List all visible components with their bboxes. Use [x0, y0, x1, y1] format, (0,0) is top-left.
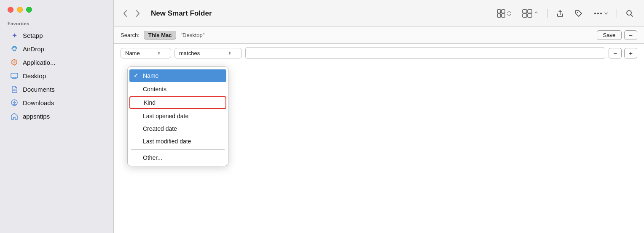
svg-point-17 [600, 13, 602, 14]
minimize-button[interactable] [17, 7, 23, 13]
dropdown-item-contents-label: Contents [143, 86, 166, 93]
sidebar-item-label-desktop: Desktop [23, 72, 46, 79]
dropdown-item-last-opened[interactable]: Last opened date [128, 110, 228, 122]
sidebar-item-applications[interactable]: Applicatio... [3, 56, 111, 69]
sidebar-item-desktop[interactable]: Desktop [3, 69, 111, 82]
traffic-lights [0, 7, 113, 21]
appsntips-icon [10, 112, 19, 120]
svg-rect-12 [523, 14, 527, 17]
filter-type-selected: Name [125, 50, 140, 56]
close-button[interactable] [8, 7, 13, 13]
desktop-icon [10, 71, 19, 80]
checkmark-icon: ✓ [134, 72, 140, 79]
add-filter-button[interactable]: + [624, 48, 637, 58]
dropdown-item-last-modified-label: Last modified date [143, 138, 191, 145]
dropdown-item-last-modified[interactable]: Last modified date [128, 135, 228, 148]
dropdown-item-kind-label: Kind [144, 99, 156, 106]
svg-rect-7 [502, 10, 505, 13]
window-title: New Smart Folder [151, 9, 485, 18]
sidebar-item-label-applications: Applicatio... [23, 59, 56, 66]
svg-rect-11 [528, 10, 532, 13]
remove-search-button[interactable]: − [624, 30, 637, 40]
scope-desktop-text: "Desktop" [180, 32, 204, 38]
search-bar-actions: Save − [597, 30, 637, 40]
remove-filter-button[interactable]: − [609, 48, 622, 58]
toolbar-divider-1 [547, 9, 547, 18]
svg-rect-9 [502, 14, 505, 17]
svg-point-16 [597, 13, 599, 14]
list-view-button[interactable] [518, 6, 542, 21]
sidebar-item-label-setapp: Setapp [23, 32, 43, 39]
view-stepper-icon [507, 11, 512, 16]
setapp-icon: ✦ [10, 31, 19, 40]
dropdown-item-name-label: Name [143, 72, 158, 79]
applications-icon [10, 58, 19, 66]
share-button[interactable] [553, 7, 568, 20]
back-button[interactable] [121, 8, 130, 19]
svg-point-18 [627, 11, 631, 15]
dropdown-item-kind[interactable]: Kind [129, 96, 226, 109]
filter-type-button[interactable]: Name ⬍ [121, 48, 171, 58]
scope-this-mac-button[interactable]: This Mac [144, 31, 177, 40]
svg-rect-6 [497, 10, 501, 13]
dropdown-item-name[interactable]: ✓ Name [129, 69, 226, 82]
sidebar-item-documents[interactable]: Documents [3, 83, 111, 95]
toolbar-right [493, 6, 637, 21]
forward-button[interactable] [133, 8, 142, 19]
tag-button[interactable] [571, 7, 586, 20]
airdrop-icon [10, 45, 19, 53]
svg-rect-13 [528, 14, 532, 17]
matches-label: matches [179, 50, 200, 56]
save-button[interactable]: Save [597, 30, 622, 40]
sidebar-item-label-documents: Documents [23, 86, 55, 93]
dropdown-item-other-label: Other... [143, 154, 162, 161]
maximize-button[interactable] [26, 7, 32, 13]
more-arrow-icon [604, 11, 608, 16]
sidebar-item-label-downloads: Downloads [23, 99, 54, 106]
svg-rect-1 [11, 73, 18, 78]
sidebar-item-label-appsntips: appsntips [23, 113, 50, 120]
search-label: Search: [121, 32, 140, 38]
filter-value-input[interactable] [245, 47, 605, 59]
sidebar-item-setapp[interactable]: ✦ Setapp [3, 29, 111, 42]
matches-select-button[interactable]: matches ⬍ [174, 48, 242, 58]
svg-point-15 [594, 13, 596, 14]
filter-row: Name ⬍ ✓ Name Contents Kind [114, 44, 644, 62]
dropdown-item-other[interactable]: Other... [128, 151, 228, 164]
svg-point-14 [577, 12, 578, 13]
search-bar: Search: This Mac "Desktop" Save − [114, 27, 644, 44]
filter-dropdown-menu: ✓ Name Contents Kind Last opened date [127, 66, 228, 166]
downloads-icon [10, 98, 19, 107]
main-area: New Smart Folder [114, 0, 644, 233]
grid-view-button[interactable] [493, 6, 515, 21]
dropdown-item-last-opened-label: Last opened date [143, 113, 188, 119]
toolbar: New Smart Folder [114, 0, 644, 27]
dropdown-item-created[interactable]: Created date [128, 122, 228, 135]
sidebar-section-favorites: Favorites [0, 21, 113, 29]
toolbar-divider-2 [617, 9, 617, 18]
sidebar-item-label-airdrop: AirDrop [23, 45, 44, 53]
dropdown-item-contents[interactable]: Contents [128, 83, 228, 95]
sidebar-item-downloads[interactable]: Downloads [3, 96, 111, 109]
filter-row-actions: − + [609, 48, 637, 58]
search-button[interactable] [622, 7, 637, 20]
sidebar-item-appsntips[interactable]: appsntips [3, 110, 111, 122]
svg-rect-10 [523, 10, 527, 13]
list-view-arrow-icon [534, 11, 539, 16]
documents-icon [10, 85, 19, 93]
sidebar-item-airdrop[interactable]: AirDrop [3, 42, 111, 55]
sidebar: Favorites ✦ Setapp AirDrop Applicatio... [0, 0, 114, 233]
dropdown-separator [131, 149, 225, 150]
svg-rect-8 [497, 14, 501, 17]
more-button[interactable] [590, 7, 612, 20]
dropdown-item-created-label: Created date [143, 125, 177, 132]
filter-type-dropdown[interactable]: Name ⬍ ✓ Name Contents Kind [121, 48, 171, 58]
